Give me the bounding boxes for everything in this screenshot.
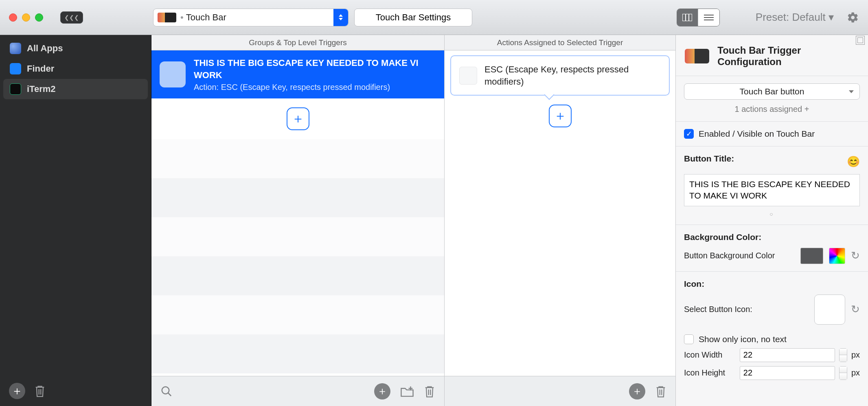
touchbar-icon [685, 49, 709, 63]
svg-rect-0 [682, 14, 692, 21]
emoji-picker-icon[interactable]: 😊 [847, 155, 860, 168]
actions-column: Actions Assigned to Selected Trigger ESC… [445, 35, 676, 406]
iterm-icon [10, 83, 21, 95]
icon-width-stepper[interactable] [839, 348, 847, 362]
add-trigger-button[interactable]: ＋ [374, 383, 390, 399]
add-action-button[interactable]: ＋ [549, 105, 572, 127]
triggers-column: Groups & Top Level Triggers THIS IS THE … [151, 35, 445, 406]
titlebar: ❮❮❮ • Touch Bar Touch Bar Settings Prese… [0, 0, 868, 35]
sidebar-item-label: Finder [27, 63, 54, 74]
unit-label: px [851, 368, 860, 378]
app-sidebar: All AppsFinderiTerm2 ＋ [0, 35, 151, 406]
collapse-sidebar-button[interactable]: ❮❮❮ [60, 11, 83, 24]
svg-point-8 [162, 386, 169, 394]
preset-selector[interactable]: Preset: Default ▾ [756, 11, 834, 24]
icon-height-stepper[interactable] [839, 366, 847, 380]
sidebar-item-label: iTerm2 [27, 84, 56, 94]
action-thumb [459, 67, 477, 85]
icon-width-label: Icon Width [684, 350, 736, 360]
trigger-thumb [160, 61, 186, 87]
touchbar-settings-button[interactable]: Touch Bar Settings [354, 9, 472, 26]
bg-color-label: Button Background Color [684, 251, 795, 260]
delete-trigger-button[interactable] [424, 385, 435, 398]
column-view-icon[interactable] [677, 9, 698, 26]
icon-section: Icon: Select Button Icon: ↻ [676, 271, 868, 332]
sidebar-footer: ＋ [0, 376, 151, 406]
trigger-kind-select[interactable]: Touch Bar button [684, 83, 860, 100]
triggers-footer: ＋ [151, 376, 444, 406]
enabled-section: ✓ Enabled / Visible on Touch Bar [676, 121, 868, 146]
trigger-type-value: Touch Bar [186, 12, 226, 23]
reset-icon-icon[interactable]: ↻ [851, 303, 860, 316]
enabled-label: Enabled / Visible on Touch Bar [699, 129, 815, 139]
gear-icon[interactable] [847, 11, 859, 24]
sidebar-item-allapps[interactable]: All Apps [3, 38, 148, 59]
sidebar-item-finder[interactable]: Finder [3, 59, 148, 79]
view-mode-segment[interactable] [677, 9, 720, 26]
show-only-icon-checkbox[interactable] [684, 334, 694, 344]
sidebar-item-label: All Apps [27, 43, 63, 54]
trigger-kind-section: Touch Bar button 1 actions assigned + [676, 76, 868, 121]
icon-height-label: Icon Height [684, 368, 736, 378]
action-item[interactable]: ESC (Escape Key, respects pressed modifi… [450, 55, 670, 96]
config-panel: Touch Bar Trigger Configuration Touch Ba… [676, 35, 868, 406]
actions-assigned-link[interactable]: 1 actions assigned + [684, 105, 860, 114]
icon-height-input[interactable] [740, 366, 835, 380]
finder-icon [10, 63, 21, 74]
new-folder-button[interactable] [400, 385, 414, 397]
triggers-header: Groups & Top Level Triggers [151, 35, 444, 50]
trigger-item[interactable]: THIS IS THE BIG ESCAPE KEY NEEDED TO MAK… [151, 50, 444, 98]
trigger-type-dropdown[interactable]: • Touch Bar [153, 9, 349, 26]
color-picker-icon[interactable] [829, 248, 845, 264]
dropdown-arrows-icon [333, 9, 348, 26]
window-controls: ❮❮❮ [9, 11, 147, 24]
touchbar-icon [158, 13, 176, 22]
add-trigger-inline-button[interactable]: ＋ [287, 107, 309, 130]
settings-button-label: Touch Bar Settings [376, 12, 451, 23]
select-icon-label: Select Button Icon: [684, 305, 809, 314]
globe-icon [10, 43, 21, 54]
actions-header: Actions Assigned to Selected Trigger [445, 35, 675, 50]
button-title-label: Button Title: [684, 154, 734, 164]
delete-app-button[interactable] [34, 384, 46, 397]
enabled-checkbox[interactable]: ✓ [684, 129, 694, 139]
sidebar-item-iterm2[interactable]: iTerm2 [3, 79, 148, 99]
button-title-section: Button Title: 😊 ○ [676, 146, 868, 225]
button-title-input[interactable] [684, 174, 860, 206]
icon-well[interactable] [814, 295, 845, 325]
add-action-footer-button[interactable]: ＋ [629, 383, 645, 399]
delete-action-button[interactable] [655, 385, 666, 398]
reset-color-icon[interactable]: ↻ [851, 249, 860, 262]
trigger-title: THIS IS THE BIG ESCAPE KEY NEEDED TO MAK… [194, 57, 436, 81]
config-title: Touch Bar Trigger Configuration [717, 45, 859, 68]
icon-options-section: Show only icon, no text Icon Width px Ic… [676, 332, 868, 387]
action-list: ESC (Escape Key, respects pressed modifi… [445, 50, 675, 376]
close-window[interactable] [9, 13, 17, 22]
actions-footer: ＋ [445, 376, 675, 406]
search-icon[interactable] [160, 385, 173, 397]
show-only-icon-label: Show only icon, no text [699, 334, 787, 344]
zoom-window[interactable] [35, 13, 43, 22]
background-section: Background Color: Button Background Colo… [676, 225, 868, 271]
action-title: ESC (Escape Key, respects pressed modifi… [484, 63, 661, 87]
icon-section-label: Icon: [684, 279, 860, 289]
unit-label: px [851, 350, 860, 360]
resize-grip[interactable]: ○ [684, 211, 860, 217]
svg-line-9 [168, 393, 171, 396]
list-view-icon[interactable] [698, 9, 719, 26]
minimize-window[interactable] [22, 13, 30, 22]
popout-icon[interactable] [856, 36, 865, 45]
bg-color-swatch[interactable] [800, 248, 823, 264]
add-app-button[interactable]: ＋ [9, 383, 25, 399]
icon-width-input[interactable] [740, 348, 835, 362]
trigger-subtitle: Action: ESC (Escape Key, respects presse… [194, 83, 436, 92]
config-header: Touch Bar Trigger Configuration [676, 35, 868, 76]
background-section-label: Background Color: [684, 232, 860, 242]
